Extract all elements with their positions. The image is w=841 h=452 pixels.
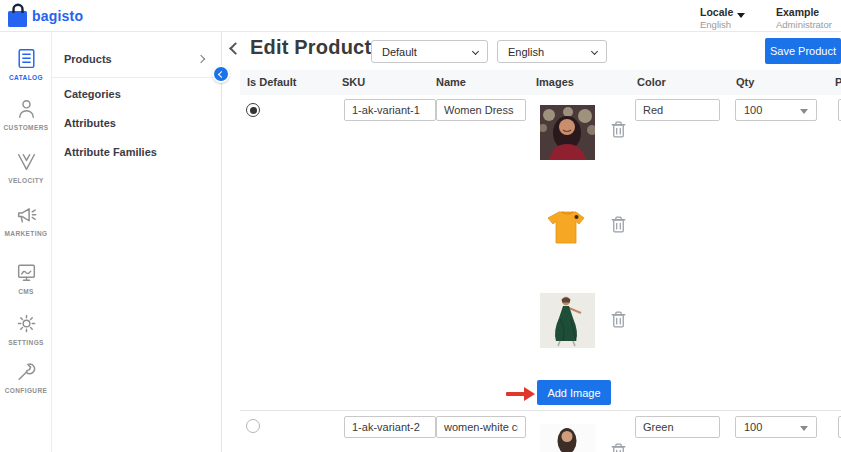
delete-image-icon-2[interactable] xyxy=(610,215,627,234)
product-image-green-dress xyxy=(540,293,595,348)
locale-switcher[interactable]: Locale English xyxy=(700,6,733,30)
icon-sidebar: CATALOG CUSTOMERS VELOCITY MARKETING CMS xyxy=(0,32,52,452)
locale-caret-icon[interactable] xyxy=(737,13,745,18)
back-button[interactable] xyxy=(229,42,242,55)
submenu-item-categories[interactable]: Categories xyxy=(52,79,222,108)
name-input-row2[interactable] xyxy=(436,416,526,438)
submenu-item-attributes[interactable]: Attributes xyxy=(52,108,222,137)
col-images: Images xyxy=(536,76,574,88)
qty-value: 100 xyxy=(744,421,762,433)
channel-select[interactable]: Default xyxy=(371,40,488,63)
sidebar-label: CATALOG xyxy=(9,74,43,81)
product-image-white-top xyxy=(540,424,595,452)
submenu-label: Products xyxy=(64,53,112,65)
qty-select-row1[interactable]: 100 xyxy=(735,99,817,121)
color-input-row2[interactable] xyxy=(635,416,720,438)
chevron-right-icon xyxy=(197,54,205,62)
col-name: Name xyxy=(436,76,466,88)
chevron-down-icon xyxy=(591,48,598,55)
sku-input-row1[interactable] xyxy=(344,99,436,121)
brand-name: bagisto xyxy=(32,8,83,24)
sidebar-item-customers[interactable]: CUSTOMERS xyxy=(0,96,52,131)
sidebar-collapse-button[interactable] xyxy=(212,65,230,83)
sidebar-label: SETTINGS xyxy=(8,339,44,346)
submenu-label: Categories xyxy=(64,88,121,100)
submenu-label: Attribute Families xyxy=(64,146,157,158)
annotation-arrow-icon xyxy=(506,387,536,401)
chevron-down-icon xyxy=(472,48,479,55)
page-title: Edit Product xyxy=(250,36,371,59)
catalog-submenu: Products Categories Attributes Attribute… xyxy=(52,32,222,452)
sidebar-label: CMS xyxy=(18,288,34,295)
submenu-label: Attributes xyxy=(64,117,116,129)
col-price: P xyxy=(835,76,841,88)
product-image-red-sweater xyxy=(540,105,595,160)
sidebar-label: VELOCITY xyxy=(8,177,44,184)
row-divider xyxy=(240,410,841,411)
product-image-orange-tshirt xyxy=(540,198,595,253)
variants-table-header: Is Default SKU Name Images Color Qty P xyxy=(240,70,841,95)
catalog-icon xyxy=(14,46,39,71)
locale-value: English xyxy=(700,19,733,30)
bagisto-admin-window: bagisto Locale English Example Administr… xyxy=(0,0,841,452)
col-qty: Qty xyxy=(736,76,754,88)
add-image-button[interactable]: Add Image xyxy=(537,380,611,405)
qty-select-row2[interactable]: 100 xyxy=(735,416,817,438)
sidebar-item-catalog[interactable]: CATALOG xyxy=(0,46,52,81)
save-product-button[interactable]: Save Product xyxy=(765,38,841,64)
color-input-row1[interactable] xyxy=(635,99,720,121)
bagisto-logo-icon xyxy=(5,3,31,29)
sidebar-label: CONFIGURE xyxy=(5,387,48,394)
sidebar-item-cms[interactable]: CMS xyxy=(0,260,52,295)
is-default-radio-row2[interactable] xyxy=(246,419,260,433)
topbar: bagisto Locale English Example Administr… xyxy=(0,0,841,32)
channel-select-value: Default xyxy=(382,46,417,58)
cms-icon xyxy=(14,260,39,285)
col-sku: SKU xyxy=(342,76,365,88)
sku-input-row2[interactable] xyxy=(344,416,436,438)
col-is-default: Is Default xyxy=(247,76,297,88)
user-name: Example xyxy=(776,6,832,18)
user-menu[interactable]: Example Administrator xyxy=(776,6,832,30)
settings-icon xyxy=(14,311,39,336)
delete-image-icon-1[interactable] xyxy=(610,120,627,139)
marketing-icon xyxy=(14,202,39,227)
sidebar-label: CUSTOMERS xyxy=(3,124,48,131)
chevron-down-icon xyxy=(800,426,808,431)
delete-image-icon-3[interactable] xyxy=(610,310,627,329)
qty-value: 100 xyxy=(744,104,762,116)
submenu-item-attribute-families[interactable]: Attribute Families xyxy=(52,137,222,166)
chevron-left-icon xyxy=(217,70,224,77)
delete-image-icon-4[interactable] xyxy=(610,442,627,452)
col-color: Color xyxy=(637,76,666,88)
customers-icon xyxy=(14,96,39,121)
sidebar-label: MARKETING xyxy=(5,230,48,237)
submenu-item-products[interactable]: Products xyxy=(52,40,222,78)
configure-icon xyxy=(14,359,39,384)
name-input-row1[interactable] xyxy=(436,99,526,121)
sidebar-item-velocity[interactable]: VELOCITY xyxy=(0,149,52,184)
sidebar-item-marketing[interactable]: MARKETING xyxy=(0,202,52,237)
sidebar-item-configure[interactable]: CONFIGURE xyxy=(0,359,52,394)
sidebar-item-settings[interactable]: SETTINGS xyxy=(0,311,52,346)
velocity-icon xyxy=(14,149,39,174)
locale-select[interactable]: English xyxy=(497,40,607,63)
user-role: Administrator xyxy=(776,19,832,30)
is-default-radio-row1[interactable] xyxy=(246,103,260,117)
locale-select-value: English xyxy=(508,46,544,58)
chevron-down-icon xyxy=(800,109,808,114)
locale-label: Locale xyxy=(700,6,733,18)
